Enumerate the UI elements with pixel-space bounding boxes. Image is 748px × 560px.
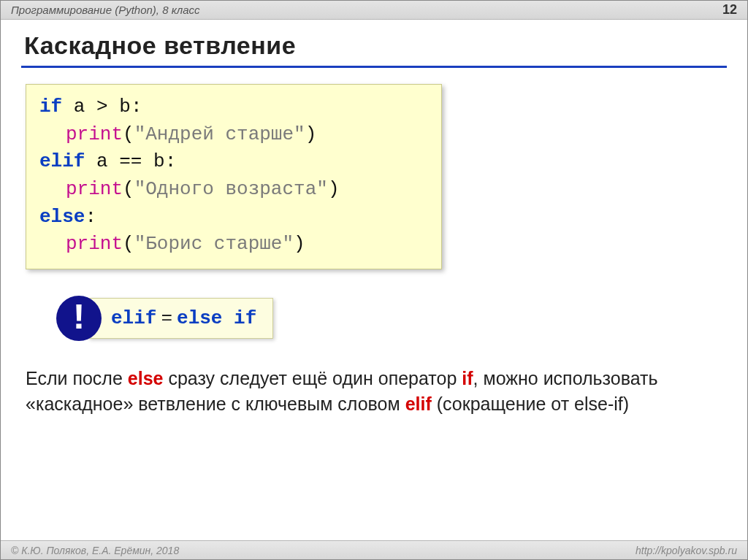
op-eq: == [119,150,142,172]
note-eq: = [156,307,177,329]
rparen: ) [294,233,305,255]
lparen: ( [123,233,134,255]
content: Каскадное ветвление if a > b: print("Анд… [1,20,747,417]
var-b: b [153,150,165,172]
var-a: a [96,150,108,172]
code-line: print("Борис старше") [39,231,428,258]
kw-elif: elif [405,394,432,414]
kw-elif: elif [39,150,85,172]
str-lit: "Одного возраста" [134,178,328,200]
page-number: 12 [722,2,737,18]
paragraph: Если после else сразу следует ещё один о… [26,366,722,417]
kw-else: else [39,206,85,228]
colon: : [131,96,142,118]
kw-if: if [462,368,473,388]
colon: : [85,206,96,228]
var-b: b [119,96,131,118]
rparen: ) [328,178,340,200]
fn-print: print [66,178,123,200]
note-lhs: elif [111,307,156,329]
note-bar: ! elif=else if [56,296,727,341]
slide: Программирование (Python), 8 класс 12 Ка… [0,0,748,560]
kw-if: if [39,96,62,118]
header-left: Программирование (Python), 8 класс [11,4,200,16]
colon: : [165,150,177,172]
str-lit: "Андрей старше" [134,123,305,145]
code-line: else: [39,204,428,231]
note-box: elif=else if [88,298,273,339]
code-line: print("Одного возраста") [39,176,428,204]
var-a: a [74,96,85,118]
t: Если после [26,368,128,388]
slide-title: Каскадное ветвление [21,27,727,68]
lparen: ( [123,178,134,200]
op-gt: > [96,96,108,118]
header-bar: Программирование (Python), 8 класс 12 [1,1,747,20]
code-line: if a > b: [39,93,428,121]
fn-print: print [66,123,123,145]
t: (сокращение от else-if) [432,394,629,414]
fn-print: print [66,233,123,255]
code-line: print("Андрей старше") [39,121,428,149]
code-block: if a > b: print("Андрей старше") elif a … [26,84,442,269]
code-line: elif a == b: [39,148,428,176]
exclaim-icon: ! [56,296,102,341]
rparen: ) [305,123,317,145]
t: сразу следует ещё один оператор [163,368,462,388]
footer-bar: © К.Ю. Поляков, Е.А. Ерёмин, 2018 http:/… [1,540,747,559]
lparen: ( [123,123,134,145]
footer-left: © К.Ю. Поляков, Е.А. Ерёмин, 2018 [11,545,179,556]
note-rhs: else if [177,307,256,329]
kw-else: else [128,368,164,388]
str-lit: "Борис старше" [134,233,294,255]
footer-right: http://kpolyakov.spb.ru [636,545,737,556]
